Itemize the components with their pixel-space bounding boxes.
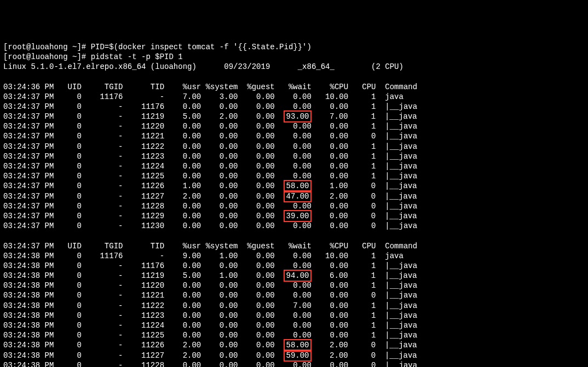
- pidstat-row: 03:24:37 PM 0 - 11221 0.00 0.00 0.00 0.0…: [3, 131, 585, 141]
- shell-prompt-line: [root@luoahong ~]# pidstat -t -p $PID 1: [3, 52, 585, 62]
- wait-highlight: 47.00: [284, 190, 311, 202]
- pidstat-row: 03:24:37 PM 0 - 11227 2.00 0.00 0.00 47.…: [3, 191, 585, 201]
- pidstat-row: 03:24:38 PM 0 - 11223 0.00 0.00 0.00 0.0…: [3, 311, 585, 321]
- pidstat-row: 03:24:38 PM 0 - 11224 0.00 0.00 0.00 0.0…: [3, 321, 585, 330]
- wait-highlight: 39.00: [284, 210, 311, 222]
- pidstat-row: 03:24:37 PM 0 - 11230 0.00 0.00 0.00 0.0…: [3, 221, 585, 231]
- pidstat-row: 03:24:37 PM 0 - 11222 0.00 0.00 0.00 0.0…: [3, 142, 585, 152]
- blank-line: [3, 231, 585, 241]
- pidstat-row: 03:24:37 PM 0 11176 - 7.00 3.00 0.00 0.0…: [3, 92, 585, 102]
- pidstat-row: 03:24:38 PM 0 11176 - 9.00 1.00 0.00 0.0…: [3, 251, 585, 261]
- pidstat-header: 03:24:36 PM UID TGID TID %usr %system %g…: [3, 82, 585, 92]
- pidstat-row: 03:24:37 PM 0 - 11220 0.00 0.00 0.00 0.0…: [3, 121, 585, 131]
- pidstat-row: 03:24:38 PM 0 - 11222 0.00 0.00 0.00 7.0…: [3, 301, 585, 311]
- wait-highlight: 59.00: [284, 349, 311, 362]
- pidstat-row: 03:24:37 PM 0 - 11229 0.00 0.00 0.00 39.…: [3, 211, 585, 221]
- pidstat-row: 03:24:38 PM 0 - 11221 0.00 0.00 0.00 0.0…: [3, 290, 585, 300]
- pidstat-row: 03:24:37 PM 0 - 11219 5.00 2.00 0.00 93.…: [3, 112, 585, 121]
- pidstat-row: 03:24:37 PM 0 - 11223 0.00 0.00 0.00 0.0…: [3, 152, 585, 161]
- pidstat-row: 03:24:38 PM 0 - 11228 0.00 0.00 0.00 0.0…: [3, 360, 585, 367]
- wait-highlight: 93.00: [284, 110, 311, 123]
- shell-prompt-line: [root@luoahong ~]# PID=$(docker inspect …: [3, 42, 585, 52]
- pidstat-row: 03:24:38 PM 0 - 11227 2.00 0.00 0.00 59.…: [3, 351, 585, 360]
- pidstat-row: 03:24:37 PM 0 - 11224 0.00 0.00 0.00 0.0…: [3, 161, 585, 171]
- pidstat-header: 03:24:37 PM UID TGID TID %usr %system %g…: [3, 241, 585, 251]
- pidstat-row: 03:24:38 PM 0 - 11219 5.00 1.00 0.00 94.…: [3, 271, 585, 281]
- wait-highlight: 94.00: [284, 270, 311, 282]
- pidstat-row: 03:24:38 PM 0 - 11220 0.00 0.00 0.00 0.0…: [3, 281, 585, 290]
- system-info-line: Linux 5.1.0-1.el7.elrepo.x86_64 (luoahon…: [3, 62, 585, 72]
- blank-line: [3, 72, 585, 81]
